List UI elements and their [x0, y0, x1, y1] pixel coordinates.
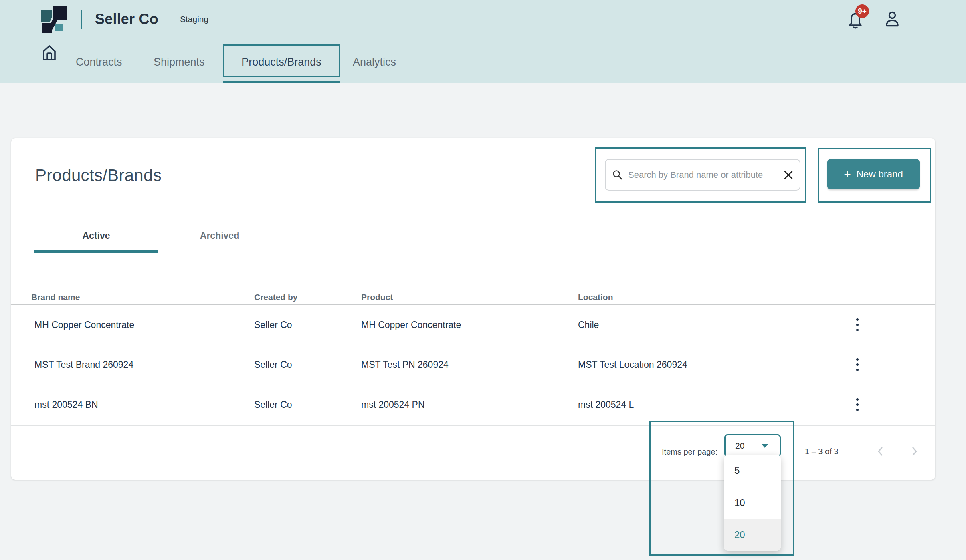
row-actions-menu-button[interactable] — [854, 316, 861, 334]
column-header-created-by: Created by — [254, 292, 298, 302]
pagination-range: 1 – 3 of 3 — [805, 447, 838, 456]
app-window: Seller Co Staging 9+ Contracts — [0, 0, 966, 560]
nav-item-analytics[interactable]: Analytics — [353, 56, 396, 68]
search-icon — [612, 169, 623, 181]
new-brand-label: New brand — [857, 169, 903, 180]
brand-env-divider — [172, 14, 172, 24]
items-per-page-menu: 5 10 20 — [724, 455, 781, 551]
account-button[interactable] — [882, 9, 903, 31]
cell-location: Chile — [578, 320, 599, 330]
cell-created-by: Seller Co — [254, 399, 292, 410]
cell-brand-name: MST Test Brand 260924 — [34, 359, 133, 370]
row-divider — [11, 345, 935, 345]
home-icon — [40, 42, 59, 63]
clear-search-icon[interactable] — [784, 170, 793, 180]
cell-created-by: Seller Co — [254, 320, 292, 330]
logo-divider — [81, 10, 82, 29]
menu-option-10[interactable]: 10 — [724, 487, 781, 519]
table-footer-divider — [11, 425, 935, 426]
items-per-page-label: Items per page: — [662, 447, 717, 457]
row-divider — [11, 385, 935, 385]
tab-active[interactable]: Active — [82, 230, 110, 241]
brand-name: Seller Co — [95, 11, 158, 28]
cell-location: mst 200524 L — [578, 399, 634, 410]
cell-brand-name: MH Copper Concentrate — [34, 320, 134, 330]
table-header-divider — [11, 304, 935, 305]
items-per-page-select[interactable]: 20 — [724, 434, 781, 457]
search-input[interactable] — [627, 169, 780, 181]
cell-location: MST Test Location 260924 — [578, 359, 687, 370]
environment-label: Staging — [180, 14, 208, 24]
column-header-location: Location — [578, 292, 613, 302]
chevron-down-icon — [761, 444, 768, 448]
row-actions-menu-button[interactable] — [854, 396, 861, 413]
tab-archived[interactable]: Archived — [200, 230, 239, 241]
page-title: Products/Brands — [35, 166, 162, 185]
nav-item-contracts[interactable]: Contracts — [76, 56, 122, 68]
brand-search-field — [605, 159, 800, 191]
active-nav-underline — [223, 81, 340, 83]
new-brand-button[interactable]: + New brand — [827, 159, 920, 189]
nav-item-shipments[interactable]: Shipments — [154, 56, 205, 68]
nav-home-button[interactable] — [40, 42, 60, 64]
company-logo-icon — [40, 6, 68, 33]
column-header-product: Product — [361, 292, 393, 302]
cell-brand-name: mst 200524 BN — [34, 399, 98, 410]
notifications-button[interactable]: 9+ — [846, 8, 874, 33]
cell-product: MST Test PN 260924 — [361, 359, 449, 370]
column-header-brand-name: Brand name — [31, 292, 80, 302]
items-per-page-value: 20 — [735, 441, 744, 451]
previous-page-chevron-icon[interactable] — [875, 445, 887, 457]
cell-product: mst 200524 PN — [361, 399, 425, 410]
row-actions-menu-button[interactable] — [854, 356, 861, 373]
next-page-chevron-icon[interactable] — [908, 445, 920, 457]
plus-icon: + — [844, 168, 851, 180]
cell-created-by: Seller Co — [254, 359, 292, 370]
cell-product: MH Copper Concentrate — [361, 320, 461, 330]
menu-option-20[interactable]: 20 — [724, 519, 781, 551]
main-nav-bar: Contracts Shipments Products/Brands Anal… — [0, 39, 966, 83]
notification-badge: 9+ — [855, 4, 869, 18]
menu-option-5[interactable]: 5 — [724, 455, 781, 487]
active-tab-underline — [34, 250, 158, 253]
person-icon — [883, 10, 901, 29]
nav-item-products-brands[interactable]: Products/Brands — [241, 56, 321, 68]
top-header-bar: Seller Co Staging 9+ — [0, 0, 966, 39]
